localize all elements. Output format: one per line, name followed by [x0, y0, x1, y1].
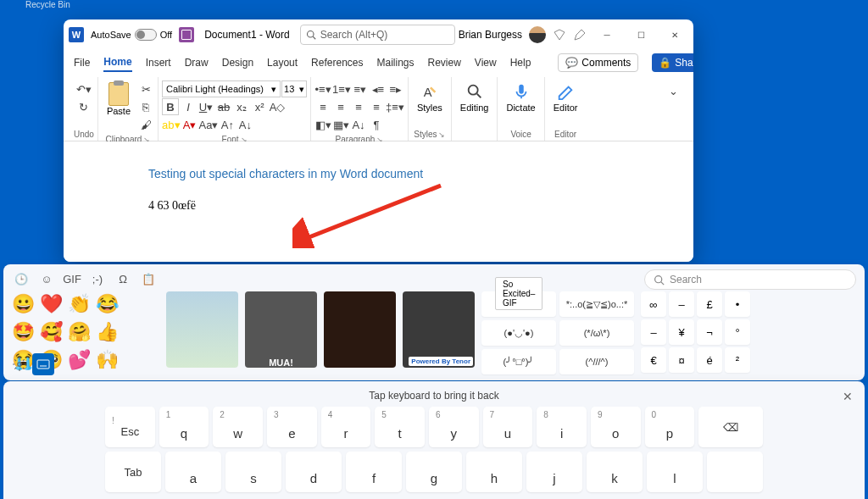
emoji-cell[interactable]: 🙌 [94, 347, 120, 373]
clipboard-tab[interactable]: 📋 [141, 271, 156, 286]
gif-tile-3[interactable] [324, 291, 396, 368]
kaomoji-cell[interactable]: (*/ω\*) [559, 320, 634, 346]
font-color-button[interactable]: A▾ [181, 116, 198, 133]
bold-button[interactable]: B [162, 98, 179, 115]
cut-button[interactable]: ✂ [137, 80, 154, 97]
symbol-cell[interactable]: ¬ [697, 319, 722, 345]
key-u[interactable]: 7u [483, 407, 533, 447]
symbol-cell[interactable]: ∞ [641, 291, 666, 317]
decrease-indent-button[interactable]: ◂≡ [370, 80, 387, 97]
account-name[interactable]: Brian Burgess [459, 29, 522, 41]
multilevel-button[interactable]: ≡▾ [352, 80, 369, 97]
show-marks-button[interactable]: ¶ [368, 116, 385, 133]
keyboard-toggle-button[interactable] [32, 353, 54, 375]
comments-button[interactable]: 💬 Comments [558, 53, 638, 72]
key-r[interactable]: 4r [321, 407, 371, 447]
emoji-cell[interactable]: 🥰 [38, 319, 64, 345]
settings-icon[interactable] [12, 357, 27, 372]
keyboard-close-button[interactable]: ✕ [843, 390, 853, 403]
align-right-button[interactable]: ≡ [350, 98, 367, 115]
editor-button[interactable]: Editor [548, 80, 583, 114]
emoji-cell[interactable]: 👏 [66, 291, 92, 317]
key-g[interactable]: g [406, 452, 462, 492]
pen-icon[interactable] [573, 28, 587, 42]
gif-tile-4[interactable]: Powered By Tenor [403, 291, 475, 368]
symbol-cell[interactable]: ° [725, 319, 750, 345]
ribbon-collapse-button[interactable]: ⌄ [665, 82, 682, 99]
premium-icon[interactable] [553, 28, 566, 42]
key-i[interactable]: 8i [537, 407, 587, 447]
keyboard-hint[interactable]: Tap keyboard to bring it back [105, 390, 763, 402]
font-size-select[interactable]: 13▾ [281, 80, 307, 97]
autosave-toggle[interactable]: AutoSave Off [87, 29, 175, 41]
close-button[interactable]: ✕ [661, 23, 688, 47]
key-e[interactable]: 3e [267, 407, 317, 447]
recent-tab[interactable]: 🕒 [14, 271, 29, 286]
panel-search[interactable]: Search [644, 269, 856, 290]
tab-review[interactable]: Review [428, 54, 461, 71]
symbol-cell[interactable]: é [697, 347, 722, 373]
emoji-cell[interactable]: ❤️ [38, 291, 64, 317]
gif-tab[interactable]: GIF [64, 271, 80, 286]
copy-button[interactable]: ⎘ [137, 98, 154, 115]
tab-design[interactable]: Design [222, 54, 253, 71]
kaomoji-cell[interactable]: (╯°□°)╯ [481, 349, 556, 374]
emoji-cell[interactable]: 😀 [10, 291, 36, 317]
line-spacing-button[interactable]: ‡≡▾ [386, 98, 404, 115]
key-f[interactable]: f [346, 452, 402, 492]
maximize-button[interactable]: ☐ [627, 23, 654, 47]
key-p[interactable]: 0p [645, 407, 695, 447]
styles-button[interactable]: AStyles [412, 80, 448, 114]
symbol-cell[interactable]: ¤ [669, 347, 694, 373]
align-left-button[interactable]: ≡ [314, 98, 331, 115]
symbol-cell[interactable]: – [641, 319, 666, 345]
key-q[interactable]: 1q [159, 407, 209, 447]
document-title[interactable]: Document1 - Word [198, 29, 296, 41]
tab-help[interactable]: Help [510, 54, 531, 71]
key-w[interactable]: 2w [213, 407, 263, 447]
document-canvas[interactable]: Testing out special characters in my Wor… [64, 141, 693, 262]
key-d[interactable]: d [286, 452, 342, 492]
font-name-select[interactable]: Calibri Light (Headings)▾ [162, 80, 281, 97]
tab-references[interactable]: References [311, 54, 363, 71]
paste-button[interactable]: Paste [102, 80, 136, 118]
kaomoji-cell[interactable]: *:..o(≧▽≦)o..:* [559, 291, 634, 317]
emoji-cell[interactable]: 😂 [94, 291, 120, 317]
symbol-cell[interactable]: ² [725, 347, 750, 373]
highlight-button[interactable]: ab▾ [162, 116, 180, 133]
kaomoji-tab[interactable]: ;-) [90, 271, 105, 286]
symbol-cell[interactable]: £ [697, 291, 722, 317]
key-a[interactable]: a [165, 452, 221, 492]
bullets-button[interactable]: •≡▾ [314, 80, 331, 97]
sort-button[interactable]: A↓ [350, 116, 367, 133]
align-center-button[interactable]: ≡ [332, 98, 349, 115]
key-Esc[interactable]: !Esc [105, 407, 155, 447]
symbol-cell[interactable]: ¥ [669, 319, 694, 345]
emoji-cell[interactable]: 💕 [66, 347, 92, 373]
dictate-button[interactable]: Dictate [501, 80, 540, 114]
undo-button[interactable]: ↶▾ [75, 80, 92, 97]
symbol-cell[interactable]: € [641, 347, 666, 373]
change-case-button[interactable]: Aa▾ [199, 116, 219, 133]
key-blank[interactable] [707, 452, 763, 492]
key-h[interactable]: h [466, 452, 522, 492]
kaomoji-cell[interactable]: (^///^) [559, 349, 634, 374]
key-l[interactable]: l [647, 452, 703, 492]
format-painter-button[interactable]: 🖌 [137, 116, 154, 133]
minimize-button[interactable]: ─ [593, 23, 620, 47]
key-s[interactable]: s [225, 452, 281, 492]
tab-home[interactable]: Home [103, 53, 131, 72]
shrink-font-button[interactable]: A↓ [236, 116, 253, 133]
key-⌫[interactable]: ⌫ [698, 407, 763, 447]
key-t[interactable]: 5t [375, 407, 425, 447]
key-j[interactable]: j [526, 452, 582, 492]
tab-layout[interactable]: Layout [267, 54, 298, 71]
key-o[interactable]: 9o [591, 407, 641, 447]
kaomoji-cell[interactable]: (●'◡'●) [481, 320, 556, 346]
gif-tile-1[interactable] [166, 291, 238, 368]
shading-button[interactable]: ◧▾ [314, 116, 331, 133]
key-y[interactable]: 6y [429, 407, 479, 447]
borders-button[interactable]: ▦▾ [332, 116, 349, 133]
key-Tab[interactable]: Tab [105, 452, 161, 492]
redo-button[interactable]: ↻ [75, 98, 92, 115]
